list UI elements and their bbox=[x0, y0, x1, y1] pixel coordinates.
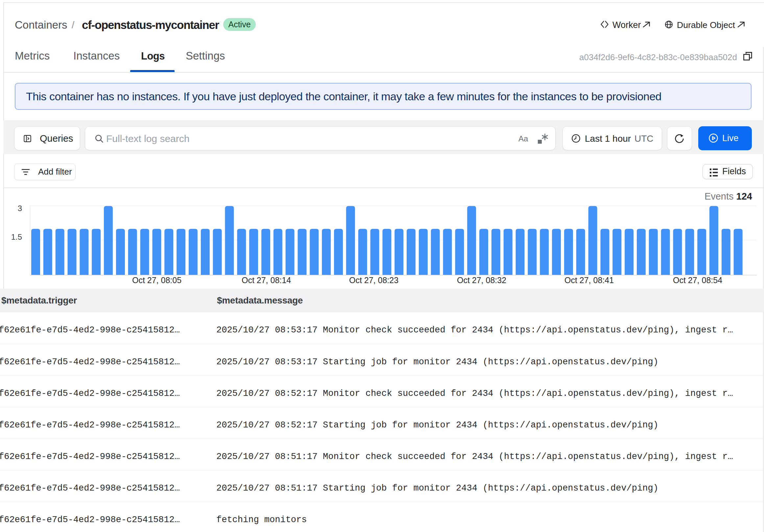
svg-text:Oct 27, 08:41: Oct 27, 08:41 bbox=[564, 275, 614, 285]
svg-text:Oct 27, 08:32: Oct 27, 08:32 bbox=[457, 275, 506, 285]
svg-text:Oct 27, 08:54: Oct 27, 08:54 bbox=[673, 275, 722, 285]
svg-text:1.5: 1.5 bbox=[11, 233, 22, 241]
svg-text:Oct 27, 08:23: Oct 27, 08:23 bbox=[349, 275, 398, 285]
svg-text:Oct 27, 08:05: Oct 27, 08:05 bbox=[132, 275, 181, 285]
svg-text:Oct 27, 08:14: Oct 27, 08:14 bbox=[242, 275, 291, 285]
svg-text:3: 3 bbox=[18, 204, 22, 213]
